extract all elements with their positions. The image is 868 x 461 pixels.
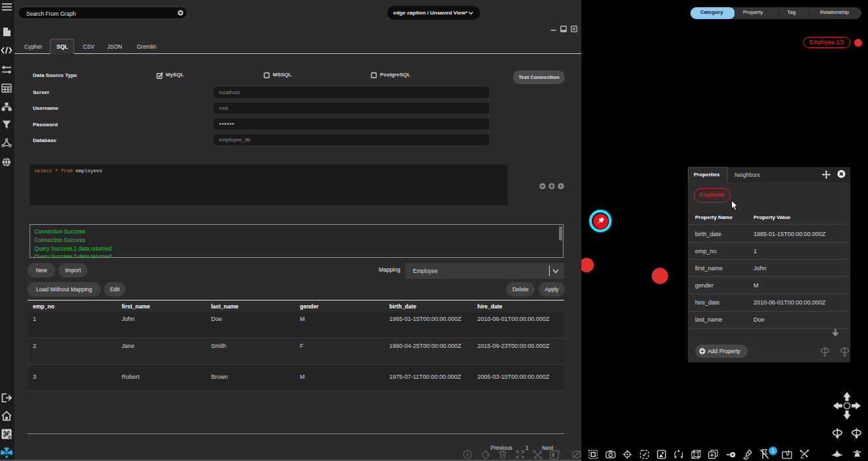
svg-text:i: i: [558, 450, 559, 453]
